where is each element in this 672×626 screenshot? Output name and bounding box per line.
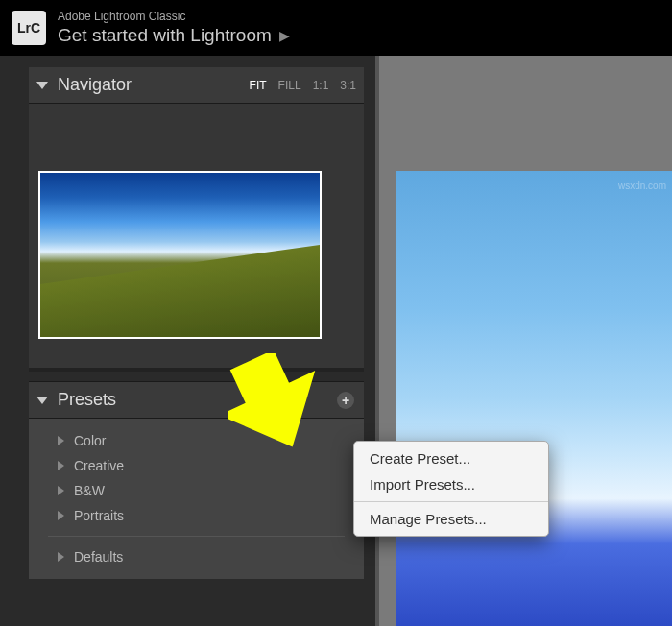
chevron-right-icon <box>58 511 64 520</box>
navigator-header[interactable]: Navigator FIT FILL 1:1 3:1 <box>29 67 364 104</box>
disclosure-down-icon <box>36 82 48 89</box>
preset-context-menu: Create Preset... Import Presets... Manag… <box>353 441 549 537</box>
preset-group-item[interactable]: Portraits <box>29 503 364 528</box>
app-header: LrC Adobe Lightroom Classic Get started … <box>0 0 672 56</box>
chevron-right-icon <box>58 552 64 562</box>
image-preview-panel <box>379 56 672 626</box>
preset-group-item[interactable]: B&W <box>29 478 364 503</box>
chevron-right-icon <box>58 486 64 495</box>
header-text-block: Adobe Lightroom Classic Get started with… <box>58 10 290 46</box>
preset-group-label: Color <box>74 433 106 448</box>
chevron-right-icon <box>58 461 64 470</box>
preset-group-item[interactable]: Creative <box>29 453 364 478</box>
app-name-label: Adobe Lightroom Classic <box>58 10 290 23</box>
preset-group-label: Creative <box>74 458 124 473</box>
left-panel: Navigator FIT FILL 1:1 3:1 Presets + <box>0 56 379 626</box>
preset-group-label: Defaults <box>74 549 123 565</box>
menu-import-presets[interactable]: Import Presets... <box>354 471 548 497</box>
menu-create-preset[interactable]: Create Preset... <box>354 445 548 471</box>
play-arrow-icon: ▶ <box>279 28 290 43</box>
zoom-fill[interactable]: FILL <box>278 79 301 92</box>
navigator-body <box>29 104 364 372</box>
navigator-thumbnail[interactable] <box>38 171 322 339</box>
menu-separator <box>354 501 548 502</box>
preset-divider <box>48 536 345 537</box>
menu-manage-presets[interactable]: Manage Presets... <box>354 506 548 532</box>
disclosure-down-icon <box>36 397 48 404</box>
preset-group-label: B&W <box>74 483 105 498</box>
preview-image[interactable] <box>396 171 672 626</box>
annotation-arrow-icon <box>228 353 324 449</box>
navigator-title: Navigator <box>58 75 250 95</box>
get-started-label: Get started with Lightroom <box>58 25 272 46</box>
navigator-zoom-controls: FIT FILL 1:1 3:1 <box>250 79 356 92</box>
app-logo-icon: LrC <box>12 11 46 45</box>
preset-group-item[interactable]: Defaults <box>29 544 364 569</box>
zoom-fit[interactable]: FIT <box>250 79 267 92</box>
zoom-1-1[interactable]: 1:1 <box>313 79 329 92</box>
watermark-text: wsxdn.com <box>618 181 666 191</box>
zoom-3-1[interactable]: 3:1 <box>340 79 356 92</box>
main-area: Navigator FIT FILL 1:1 3:1 Presets + <box>0 56 672 626</box>
chevron-right-icon <box>58 436 64 445</box>
plus-icon: + <box>342 393 349 408</box>
preset-group-label: Portraits <box>74 508 124 523</box>
get-started-link[interactable]: Get started with Lightroom ▶ <box>58 25 290 46</box>
svg-marker-0 <box>228 353 324 449</box>
add-preset-button[interactable]: + <box>337 392 354 409</box>
